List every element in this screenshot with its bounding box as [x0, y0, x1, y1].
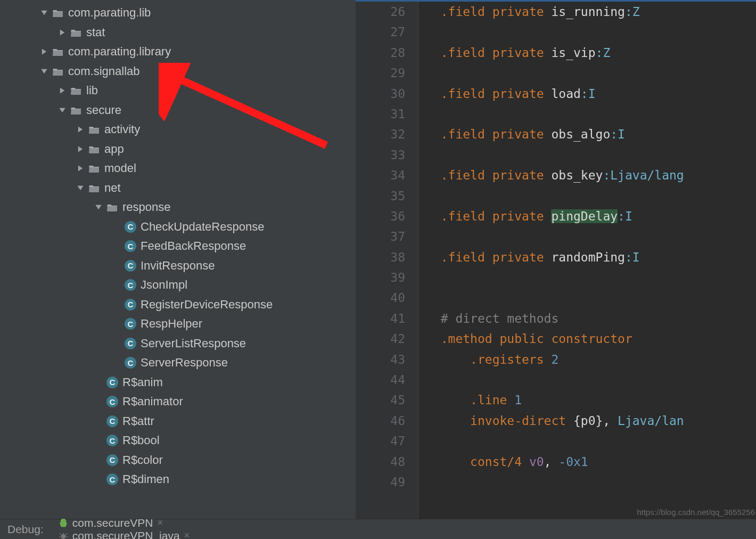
line-number: 33: [356, 145, 405, 165]
code-line[interactable]: .field private obs_key:Ljava/lang: [426, 165, 756, 185]
code-line[interactable]: const/4 v0, -0x1: [426, 452, 756, 472]
code-line[interactable]: [426, 288, 756, 308]
tree-item[interactable]: lib: [0, 81, 356, 101]
class-icon: C: [125, 338, 136, 349]
line-number: 38: [356, 247, 405, 267]
folder-icon: [106, 201, 118, 213]
tree-item[interactable]: CR$bool: [0, 431, 356, 451]
code-line[interactable]: [426, 370, 756, 390]
tree-item[interactable]: CR$anim: [0, 373, 356, 393]
tree-item[interactable]: CInvitResponse: [0, 256, 356, 276]
code-line[interactable]: .field private load:I: [426, 84, 756, 104]
chevron-down-icon[interactable]: [39, 9, 49, 17]
debug-tab[interactable]: com.secureVPN_java ×: [59, 529, 190, 540]
chevron-right-icon[interactable]: [76, 126, 85, 133]
tree-item[interactable]: CR$color: [0, 451, 356, 470]
tree-item-label: JsonImpl: [141, 278, 187, 292]
chevron-down-icon[interactable]: [76, 184, 85, 192]
code-line[interactable]: [426, 472, 756, 492]
code-line[interactable]: [426, 186, 756, 206]
tree-item-label: R$dimen: [122, 472, 169, 486]
tree-item[interactable]: activity: [0, 120, 356, 140]
tree-item-label: lib: [86, 84, 98, 97]
tree-item[interactable]: com.parating.lib: [0, 3, 356, 23]
class-icon: C: [106, 454, 118, 466]
tree-item-label: R$animator: [122, 395, 183, 409]
tree-item-label: stat: [86, 26, 105, 39]
android-icon: [59, 518, 68, 528]
code-line[interactable]: .field private randomPing:I: [426, 247, 756, 267]
folder-icon: [70, 104, 82, 116]
folder-icon: [88, 124, 100, 135]
code-line[interactable]: invoke-direct {p0}, Ljava/lan: [426, 411, 756, 431]
tree-item-label: activity: [104, 123, 140, 136]
class-icon: C: [106, 415, 118, 427]
code-line[interactable]: .field private obs_algo:I: [426, 124, 756, 144]
tree-item[interactable]: response: [0, 198, 356, 217]
tree-item[interactable]: secure: [0, 101, 356, 120]
code-line[interactable]: [426, 104, 756, 124]
tree-item[interactable]: CR$attr: [0, 412, 356, 431]
chevron-right-icon[interactable]: [76, 145, 85, 153]
tree-item[interactable]: app: [0, 140, 356, 159]
tree-item[interactable]: CJsonImpl: [0, 275, 356, 295]
tree-item[interactable]: stat: [0, 23, 356, 43]
code-line[interactable]: [426, 22, 756, 42]
tree-item[interactable]: CCheckUpdateResponse: [0, 217, 356, 237]
folder-icon: [52, 46, 64, 58]
line-number: 29: [356, 63, 405, 83]
tree-item[interactable]: net: [0, 178, 356, 198]
class-icon: C: [125, 299, 136, 311]
bottom-bar: Debug: com.secureVPN ×com.secureVPN_java…: [0, 519, 756, 539]
folder-icon: [88, 143, 100, 155]
code-line[interactable]: [426, 145, 756, 165]
code-line[interactable]: [426, 63, 756, 83]
tree-item[interactable]: CRegisterDeviceResponse: [0, 295, 356, 315]
tree-item[interactable]: com.parating.library: [0, 42, 356, 62]
line-number: 32: [356, 124, 405, 144]
code-line[interactable]: .registers 2: [426, 349, 756, 370]
code-line[interactable]: # direct methods: [426, 308, 756, 329]
tree-item[interactable]: CR$animator: [0, 392, 356, 412]
code-line[interactable]: [426, 431, 756, 451]
tree-item-label: R$color: [122, 453, 163, 467]
svg-point-1: [61, 534, 65, 538]
chevron-down-icon[interactable]: [94, 203, 103, 211]
folder-icon: [70, 85, 82, 96]
line-number: 40: [356, 288, 405, 308]
chevron-right-icon[interactable]: [57, 87, 67, 94]
code-line[interactable]: .field private is_running:Z: [426, 2, 756, 22]
bug-icon: [59, 531, 68, 540]
code-line[interactable]: .line 1: [426, 390, 756, 410]
tree-item[interactable]: com.signallab: [0, 62, 356, 81]
line-number: 37: [356, 226, 405, 247]
chevron-right-icon[interactable]: [39, 48, 49, 55]
class-icon: C: [125, 318, 136, 330]
code-editor[interactable]: 2627282930313233343536373839404142434445…: [356, 0, 756, 519]
code-line[interactable]: [426, 226, 756, 247]
line-number: 42: [356, 329, 405, 349]
tree-item[interactable]: CR$dimen: [0, 470, 356, 489]
tree-item[interactable]: CServerListResponse: [0, 334, 356, 354]
chevron-down-icon[interactable]: [57, 107, 67, 114]
code-line[interactable]: .field private is_vip:Z: [426, 43, 756, 63]
close-icon[interactable]: ×: [184, 530, 190, 539]
code-line[interactable]: .field private pingDelay:I: [426, 206, 756, 226]
close-icon[interactable]: ×: [157, 517, 163, 528]
line-number: 45: [356, 390, 405, 410]
class-icon: C: [125, 221, 136, 233]
chevron-down-icon[interactable]: [39, 68, 49, 75]
line-number: 26: [356, 2, 405, 22]
tree-item[interactable]: model: [0, 159, 356, 178]
tree-item[interactable]: CRespHelper: [0, 314, 356, 334]
chevron-right-icon[interactable]: [57, 29, 67, 36]
code-line[interactable]: [426, 267, 756, 288]
tree-item[interactable]: CFeedBackResponse: [0, 236, 356, 256]
tree-item[interactable]: CServerResponse: [0, 353, 356, 373]
line-number: 47: [356, 431, 405, 451]
code-lines[interactable]: .field private is_running:Z .field priva…: [418, 2, 756, 519]
tree-item-label: net: [104, 181, 121, 195]
chevron-right-icon[interactable]: [76, 165, 85, 172]
project-tree[interactable]: com.parating.lib stat com.parating.libra…: [0, 0, 356, 519]
code-line[interactable]: .method public constructor: [426, 329, 756, 349]
